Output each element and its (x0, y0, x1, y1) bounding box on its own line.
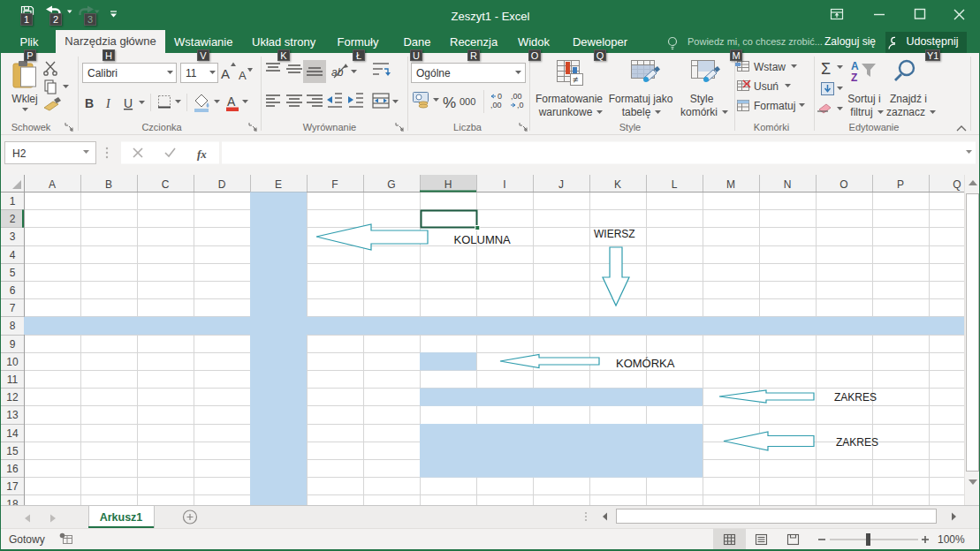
svg-text:15: 15 (6, 445, 19, 457)
svg-text:Usuń: Usuń (754, 80, 779, 93)
svg-text:Znajdź i: Znajdź i (890, 93, 927, 105)
svg-text:Style: Style (690, 93, 714, 105)
svg-text:Arkusz1: Arkusz1 (100, 511, 143, 524)
svg-text:000: 000 (460, 96, 475, 107)
svg-text:A: A (49, 178, 56, 191)
svg-text:9: 9 (10, 338, 16, 351)
svg-text:Formatowanie: Formatowanie (536, 93, 603, 105)
svg-text:Edytowanie: Edytowanie (849, 122, 900, 132)
svg-text:A: A (227, 94, 236, 109)
svg-text:1: 1 (10, 195, 16, 208)
svg-text:fx: fx (197, 147, 207, 161)
svg-text:12: 12 (6, 391, 19, 404)
svg-text:Zeszyt1 - Excel: Zeszyt1 - Excel (452, 10, 530, 23)
svg-text:10: 10 (6, 356, 19, 368)
svg-text:Czcionka: Czcionka (141, 122, 182, 132)
svg-text:13: 13 (6, 409, 19, 421)
svg-text:Calibri: Calibri (87, 67, 118, 79)
svg-text:ZAKRES: ZAKRES (834, 391, 877, 404)
svg-text:Style: Style (619, 122, 641, 132)
svg-text:G: G (387, 178, 395, 191)
svg-text:%: % (443, 94, 456, 111)
svg-text:F: F (331, 178, 338, 191)
svg-text:7: 7 (10, 302, 16, 314)
svg-text:ZAKRES: ZAKRES (836, 436, 878, 449)
svg-text:B: B (85, 96, 94, 110)
svg-text:18: 18 (6, 498, 19, 505)
svg-text:Formatuj: Formatuj (754, 100, 795, 112)
svg-text:E: E (275, 178, 282, 191)
svg-text:6: 6 (10, 284, 16, 297)
svg-text:11: 11 (7, 374, 19, 386)
svg-text:KOLUMNA: KOLUMNA (454, 233, 512, 246)
svg-text:17: 17 (6, 480, 19, 493)
svg-text:Ogólne: Ogólne (416, 67, 451, 79)
svg-text:4: 4 (10, 249, 16, 261)
svg-text:C: C (162, 178, 170, 191)
svg-text:ab: ab (331, 66, 344, 79)
svg-text:Formatuj jako: Formatuj jako (609, 93, 673, 105)
svg-text:,00: ,00 (511, 92, 522, 101)
svg-text:Liczba: Liczba (453, 122, 482, 132)
svg-text:filtruj: filtruj (850, 106, 872, 118)
svg-text:K: K (614, 178, 621, 191)
svg-text:Q: Q (953, 178, 961, 191)
svg-text:warunkowe: warunkowe (538, 106, 593, 118)
svg-text:5: 5 (10, 267, 16, 279)
svg-text:H2: H2 (12, 147, 27, 160)
svg-text:O: O (839, 178, 847, 191)
svg-text:3: 3 (10, 230, 16, 243)
svg-text:H: H (444, 178, 452, 191)
svg-text:0: 0 (498, 92, 502, 101)
svg-text:Komórki: Komórki (754, 122, 789, 132)
svg-text:16: 16 (6, 463, 19, 475)
svg-text:Sortuj i: Sortuj i (847, 93, 880, 105)
svg-text:Z: Z (851, 72, 857, 84)
svg-text:I: I (503, 178, 505, 191)
svg-text:I: I (105, 97, 111, 110)
svg-text:,00: ,00 (490, 101, 502, 109)
svg-text:Wyrównanie: Wyrównanie (303, 122, 356, 132)
svg-text:Gotowy: Gotowy (9, 533, 45, 546)
svg-text:14: 14 (6, 427, 19, 440)
svg-text:≠: ≠ (573, 74, 578, 85)
svg-text:P: P (897, 178, 904, 191)
svg-text:Σ: Σ (821, 60, 831, 78)
svg-text:A: A (221, 66, 230, 81)
svg-text:A: A (239, 69, 247, 82)
svg-text:N: N (784, 178, 792, 191)
svg-text:8: 8 (10, 320, 16, 332)
svg-text:100%: 100% (938, 533, 965, 546)
svg-text:11: 11 (186, 67, 197, 79)
svg-text:Wstaw: Wstaw (754, 61, 786, 73)
svg-text:D: D (218, 178, 226, 191)
svg-text:U: U (124, 96, 133, 110)
svg-text:WIERSZ: WIERSZ (594, 228, 635, 240)
svg-text:zaznacz: zaznacz (886, 106, 925, 118)
svg-text:komórki: komórki (680, 106, 718, 118)
svg-text:A: A (851, 60, 859, 72)
svg-text:Wklej: Wklej (11, 93, 37, 105)
svg-text:2: 2 (10, 213, 16, 225)
svg-text:B: B (105, 178, 112, 191)
svg-text:,0: ,0 (517, 101, 524, 109)
svg-text:KOMÓRKA: KOMÓRKA (616, 357, 675, 370)
svg-text:J: J (558, 178, 564, 191)
svg-text:Schowek: Schowek (11, 122, 51, 132)
svg-text:tabelę: tabelę (622, 106, 651, 118)
svg-text:L: L (672, 178, 678, 191)
svg-text:M: M (726, 178, 735, 191)
